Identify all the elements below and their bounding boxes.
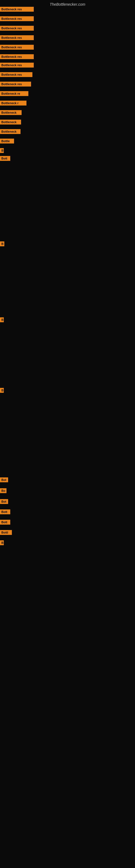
bottleneck-item-22[interactable]: Bo (0, 488, 6, 493)
bottleneck-item-18[interactable]: B (0, 241, 4, 246)
bottleneck-item-20[interactable]: B (0, 388, 4, 393)
bottleneck-item-23[interactable]: Bot (0, 499, 8, 504)
bottleneck-item-6[interactable]: Bottleneck res (0, 54, 34, 59)
bottleneck-item-10[interactable]: Bottleneck re (0, 91, 28, 96)
bottleneck-item-4[interactable]: Bottleneck res (0, 35, 34, 40)
bottleneck-item-11[interactable]: Bottleneck r (0, 101, 27, 105)
bottleneck-item-12[interactable]: Bottleneck (0, 110, 21, 115)
bottleneck-item-19[interactable]: B (0, 317, 4, 322)
bottleneck-item-25[interactable]: Bott (0, 520, 10, 525)
bottleneck-item-3[interactable]: Bottleneck res (0, 26, 34, 31)
bottleneck-item-15[interactable]: Bottle (0, 138, 14, 144)
bottleneck-item-5[interactable]: Bottleneck res (0, 45, 34, 50)
bottleneck-item-24[interactable]: Bott (0, 509, 10, 514)
bottleneck-item-2[interactable]: Bottleneck res (0, 16, 34, 21)
bottleneck-item-17[interactable]: Bott (0, 156, 10, 161)
bottleneck-item-21[interactable]: Bot (0, 477, 8, 482)
bottleneck-item-13[interactable]: Bottleneck (0, 120, 21, 124)
bottleneck-item-14[interactable]: Bottleneck (0, 129, 20, 134)
bottleneck-item-1[interactable]: Bottleneck res (0, 7, 34, 12)
bottleneck-item-8[interactable]: Bottleneck res (0, 72, 32, 77)
bottleneck-item-26[interactable]: Bottl (0, 530, 12, 535)
bottleneck-item-16[interactable]: B (0, 148, 4, 153)
bottleneck-item-7[interactable]: Bottleneck res (0, 63, 34, 67)
bottleneck-item-27[interactable]: B (0, 540, 4, 545)
bottleneck-item-9[interactable]: Bottleneck res (0, 82, 31, 87)
